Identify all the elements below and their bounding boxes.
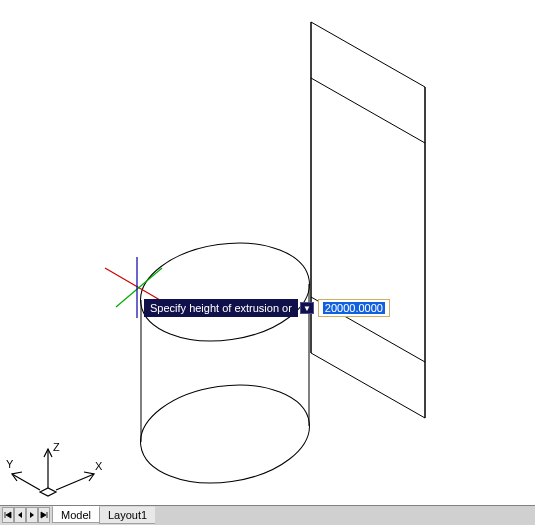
svg-line-15	[56, 474, 94, 490]
svg-marker-13	[40, 488, 56, 496]
extrusion-height-input[interactable]: 20000.0000	[318, 299, 390, 317]
tab-next-button[interactable]	[26, 507, 38, 523]
ucs-icon	[12, 449, 94, 496]
tab-first-button[interactable]	[2, 507, 14, 523]
svg-marker-0	[311, 22, 425, 143]
ucs-y-label: Y	[6, 458, 13, 470]
prompt-options-dropdown-icon[interactable]: ▼	[300, 302, 314, 314]
drawing-canvas	[0, 0, 535, 505]
tab-model[interactable]: Model	[52, 506, 100, 523]
tab-nav-buttons	[2, 507, 50, 525]
cylinder-wireframe	[134, 233, 316, 494]
ucs-z-label: Z	[53, 441, 60, 453]
next-icon	[28, 511, 36, 519]
dynamic-input-tooltip: Specify height of extrusion or ▼ 20000.0…	[144, 299, 390, 317]
svg-point-6	[134, 233, 316, 352]
svg-line-16	[12, 474, 40, 490]
tab-last-button[interactable]	[38, 507, 50, 523]
svg-point-7	[134, 375, 316, 494]
layout-tab-bar: Model Layout1	[0, 505, 535, 525]
extrusion-height-value: 20000.0000	[323, 302, 385, 314]
prev-icon	[16, 511, 24, 519]
last-icon	[40, 511, 48, 519]
tab-prev-button[interactable]	[14, 507, 26, 523]
first-icon	[4, 511, 12, 519]
tab-strip-background	[155, 506, 535, 525]
tab-layout1[interactable]: Layout1	[99, 507, 156, 524]
drawing-viewport[interactable]: Z X Y Specify height of extrusion or ▼ 2…	[0, 0, 535, 505]
ucs-x-label: X	[95, 460, 102, 472]
box-wireframe	[311, 22, 425, 418]
command-prompt-label: Specify height of extrusion or	[144, 299, 298, 317]
